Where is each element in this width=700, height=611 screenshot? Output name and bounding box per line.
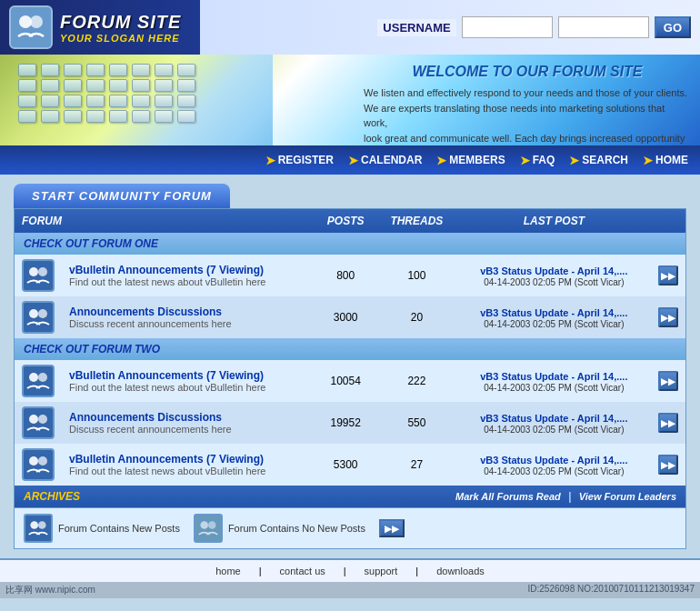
nav-item-register[interactable]: ➤REGISTER bbox=[258, 154, 341, 167]
forum-new-posts-icon bbox=[22, 301, 55, 334]
banner-body: We listen and effectively respond to you… bbox=[364, 85, 691, 145]
section-title-2: CHECK OUT FORUM TWO bbox=[15, 338, 686, 360]
username-label: USERNAME bbox=[377, 19, 455, 36]
svg-point-6 bbox=[29, 373, 38, 382]
forum-desc: Discuss recent announcements here bbox=[69, 318, 307, 329]
forum-name[interactable]: Announcements Discussions bbox=[69, 306, 307, 318]
forum-info-cell: vBulletin Announcements (7 Viewing) Find… bbox=[62, 255, 315, 296]
archives-row: ARCHIVES Mark All Forums Read | View For… bbox=[15, 486, 686, 508]
forum-header-tab: START COMMUNITY FORUM bbox=[14, 184, 230, 208]
legend-new-posts-label: Forum Contains New Posts bbox=[58, 523, 180, 534]
forum-desc: Find out the latest news about vBulletin… bbox=[69, 466, 307, 476]
navbar: ➤REGISTER ➤CALENDAR ➤MEMBERS ➤FAQ ➤SEARC… bbox=[0, 145, 700, 175]
forum-new-posts-icon bbox=[22, 259, 55, 292]
svg-point-7 bbox=[38, 373, 47, 382]
mark-all-read-link[interactable]: Mark All Forums Read bbox=[455, 491, 561, 502]
forum-icon-cell bbox=[15, 402, 63, 444]
footer-contact-link[interactable]: contact us bbox=[280, 566, 325, 576]
posts-count: 800 bbox=[315, 255, 376, 296]
last-post-cell: vB3 Status Update - April 14,.... 04-14-… bbox=[457, 255, 651, 296]
forum-table: FORUM POSTS THREADS LAST POST CHECK OUT … bbox=[14, 208, 686, 508]
forum-go-button[interactable]: ▶▶ bbox=[658, 413, 678, 433]
footer-sep-3: | bbox=[415, 566, 418, 576]
logo-area: FORUM SITE YOUR SLOGAN HERE bbox=[0, 0, 200, 56]
threads-count: 27 bbox=[376, 444, 457, 486]
logo-title: FORUM SITE bbox=[60, 12, 181, 33]
svg-point-2 bbox=[29, 267, 38, 276]
footer-home-link[interactable]: home bbox=[215, 566, 241, 576]
main-content: START COMMUNITY FORUM FORUM POSTS THREAD… bbox=[0, 175, 700, 558]
forum-name[interactable]: Announcements Discussions bbox=[69, 411, 307, 424]
forum-go-button[interactable]: ▶▶ bbox=[658, 371, 678, 391]
posts-count: 3000 bbox=[315, 296, 376, 338]
watermark-right: ID:2526098 NO:20100710111213019347 bbox=[528, 584, 695, 596]
footer-support-link[interactable]: support bbox=[365, 566, 398, 576]
view-leaders-link[interactable]: View Forum Leaders bbox=[579, 491, 676, 502]
header: FORUM SITE YOUR SLOGAN HERE USERNAME GO bbox=[0, 0, 700, 55]
section-header-1: CHECK OUT FORUM ONE bbox=[15, 233, 686, 255]
last-post-cell: vB3 Status Update - April 14,.... 04-14-… bbox=[457, 444, 651, 486]
forum-desc: Discuss recent announcements here bbox=[69, 424, 307, 435]
posts-count: 10054 bbox=[315, 360, 376, 402]
password-input[interactable] bbox=[558, 16, 649, 38]
svg-point-15 bbox=[208, 521, 216, 529]
forum-icon-cell bbox=[15, 360, 63, 402]
col-forum: FORUM bbox=[15, 209, 315, 234]
nav-item-members[interactable]: ➤MEMBERS bbox=[429, 154, 512, 167]
forum-go-button[interactable]: ▶▶ bbox=[658, 265, 678, 285]
forum-icon-cell bbox=[15, 296, 63, 338]
svg-point-14 bbox=[200, 521, 208, 529]
nav-item-search[interactable]: ➤SEARCH bbox=[562, 154, 635, 167]
table-row: vBulletin Announcements (7 Viewing) Find… bbox=[15, 360, 686, 402]
forum-new-posts-icon bbox=[22, 365, 55, 397]
forum-info-cell: vBulletin Announcements (7 Viewing) Find… bbox=[62, 444, 315, 486]
legend-nav-button[interactable]: ▶▶ bbox=[379, 519, 405, 537]
svg-point-0 bbox=[19, 15, 32, 28]
username-input[interactable] bbox=[462, 16, 553, 38]
last-post-link[interactable]: vB3 Status Update - April 14,.... bbox=[480, 371, 627, 382]
forum-go-button[interactable]: ▶▶ bbox=[658, 307, 678, 327]
svg-point-5 bbox=[38, 309, 47, 318]
last-post-link[interactable]: vB3 Status Update - April 14,.... bbox=[480, 413, 627, 424]
forum-name[interactable]: vBulletin Announcements (7 Viewing) bbox=[69, 264, 307, 276]
nav-item-faq[interactable]: ➤FAQ bbox=[513, 154, 563, 167]
last-post-link[interactable]: vB3 Status Update - April 14,.... bbox=[480, 307, 627, 318]
last-post-info: 04-14-2003 02:05 PM (Scott Vicar) bbox=[465, 383, 644, 393]
table-row: vBulletin Announcements (7 Viewing) Find… bbox=[15, 444, 686, 486]
archive-sep: | bbox=[568, 490, 575, 503]
forum-info: vBulletin Announcements (7 Viewing) Find… bbox=[69, 453, 307, 476]
section-title-1: CHECK OUT FORUM ONE bbox=[15, 233, 686, 255]
forum-name[interactable]: vBulletin Announcements (7 Viewing) bbox=[69, 453, 307, 466]
posts-count: 19952 bbox=[315, 402, 376, 444]
forum-nav-cell: ▶▶ bbox=[651, 444, 686, 486]
nav-item-home[interactable]: ➤HOME bbox=[635, 154, 695, 167]
table-row: Announcements Discussions Discuss recent… bbox=[15, 402, 686, 444]
watermark-left: 比享网 www.nipic.com bbox=[5, 584, 95, 596]
archives-links: Mark All Forums Read | View Forum Leader… bbox=[376, 486, 685, 508]
svg-point-8 bbox=[29, 415, 38, 424]
threads-count: 20 bbox=[376, 296, 457, 338]
forum-info: vBulletin Announcements (7 Viewing) Find… bbox=[69, 264, 307, 287]
footer-downloads-link[interactable]: downloads bbox=[436, 566, 485, 576]
forum-info: Announcements Discussions Discuss recent… bbox=[69, 411, 307, 435]
banner-text-area: WELCOME TO OUR FORUM SITE We listen and … bbox=[364, 64, 691, 145]
table-row: Announcements Discussions Discuss recent… bbox=[15, 296, 686, 338]
forum-go-button[interactable]: ▶▶ bbox=[658, 455, 678, 475]
archives-label: ARCHIVES bbox=[15, 486, 377, 508]
forum-info-cell: vBulletin Announcements (7 Viewing) Find… bbox=[62, 360, 315, 402]
forum-name[interactable]: vBulletin Announcements (7 Viewing) bbox=[69, 369, 307, 382]
last-post-cell: vB3 Status Update - April 14,.... 04-14-… bbox=[457, 296, 651, 338]
last-post-info: 04-14-2003 02:05 PM (Scott Vicar) bbox=[465, 277, 644, 287]
banner-keyboard bbox=[0, 55, 273, 145]
forum-nav-cell: ▶▶ bbox=[651, 296, 686, 338]
footer-sep-1: | bbox=[259, 566, 262, 576]
last-post-link[interactable]: vB3 Status Update - April 14,.... bbox=[480, 265, 627, 276]
logo-icon bbox=[9, 5, 53, 49]
go-button[interactable]: GO bbox=[655, 16, 691, 38]
header-login-area: USERNAME GO bbox=[200, 0, 700, 55]
nav-item-calendar[interactable]: ➤CALENDAR bbox=[341, 154, 429, 167]
last-post-link[interactable]: vB3 Status Update - April 14,.... bbox=[480, 455, 627, 466]
banner: WELCOME TO OUR FORUM SITE We listen and … bbox=[0, 55, 700, 145]
banner-keyboard-keys bbox=[18, 64, 197, 123]
col-threads: THREADS bbox=[376, 209, 457, 234]
